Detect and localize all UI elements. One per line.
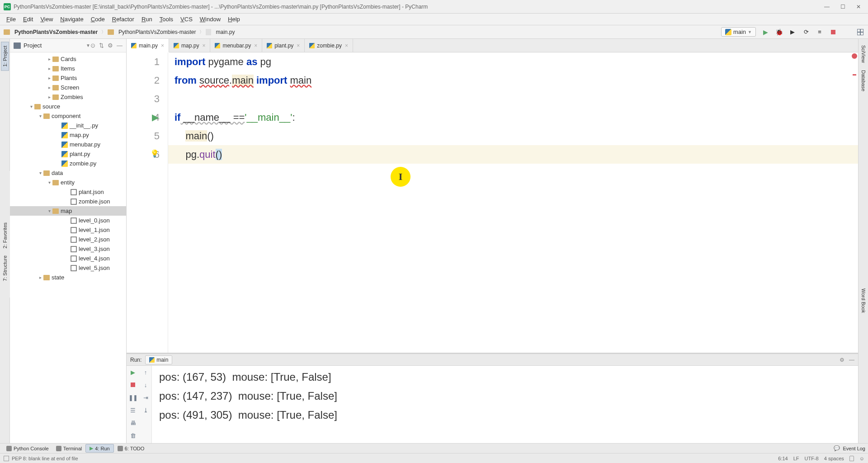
menu-window[interactable]: Window (196, 14, 224, 24)
pause-button[interactable]: ❚❚ (127, 391, 139, 404)
editor-tab-zombie-py[interactable]: zombie.py× (305, 39, 353, 52)
close-tab-icon[interactable]: × (202, 43, 205, 49)
run-button[interactable]: ▶ (761, 28, 769, 36)
line-separator[interactable]: LF (793, 456, 799, 461)
stop-button[interactable] (829, 28, 837, 36)
chevron-down-icon[interactable]: ▾ (37, 170, 43, 175)
layout-button[interactable]: ☰ (127, 404, 139, 416)
error-mark-icon[interactable] (853, 74, 856, 76)
close-tab-icon[interactable]: × (297, 43, 300, 49)
breadcrumb-folder[interactable]: PythonPlantsVsZombies-master (117, 28, 198, 36)
close-tab-icon[interactable]: × (254, 43, 257, 49)
chevron-down-icon[interactable]: ▾ (46, 208, 52, 213)
tree-item-level_1-json[interactable]: level_1.json (10, 225, 126, 235)
console-output[interactable]: pos: (167, 53) mouse: [True, False]pos: … (152, 366, 858, 443)
chevron-down-icon[interactable]: ▾ (28, 104, 34, 109)
hide-run-icon[interactable]: — (849, 357, 854, 363)
menu-run[interactable]: Run (138, 14, 156, 24)
error-stripe[interactable] (852, 52, 857, 353)
tree-item-screen[interactable]: ▸Screen (10, 83, 126, 92)
tree-item-zombie-json[interactable]: zombie.json (10, 197, 126, 206)
run-gutter-icon[interactable]: ▶ (152, 112, 159, 123)
code-area[interactable]: import pygame as pg from source.main imp… (168, 52, 858, 353)
ide-settings-button[interactable] (856, 28, 864, 36)
editor[interactable]: 123456 ▶ 💡 import pygame as pg from sour… (127, 52, 858, 353)
chevron-right-icon[interactable]: ▸ (46, 76, 52, 80)
tree-item-cards[interactable]: ▸Cards (10, 54, 126, 64)
clear-button[interactable] (139, 416, 152, 429)
tree-item-level_0-json[interactable]: level_0.json (10, 216, 126, 225)
breadcrumb-file[interactable]: main.py (214, 28, 236, 36)
tree-item-plant-py[interactable]: plant.py (10, 149, 126, 159)
wordbook-tool-tab[interactable]: Word Book (860, 285, 867, 317)
project-tree[interactable]: ▸Cards▸Items▸Plants▸Screen▸Zombies▾sourc… (10, 52, 126, 443)
menu-help[interactable]: Help (224, 14, 244, 24)
sciview-tool-tab[interactable]: SciView (860, 42, 867, 66)
project-panel-title[interactable]: Project (24, 42, 84, 49)
close-button[interactable]: ✕ (856, 4, 861, 10)
tree-item-component[interactable]: ▾component (10, 111, 126, 121)
scroll-end-button[interactable]: ⤓ (139, 404, 152, 416)
database-tool-tab[interactable]: Database (860, 66, 867, 95)
run-config-selector[interactable]: main ▼ (721, 27, 756, 37)
tree-item-map[interactable]: ▾map (10, 206, 126, 216)
tree-item-zombies[interactable]: ▸Zombies (10, 92, 126, 102)
tree-item-zombie-py[interactable]: zombie.py (10, 159, 126, 168)
project-tool-tab[interactable]: 1: Project (1, 42, 9, 71)
tree-item-level_3-json[interactable]: level_3.json (10, 244, 126, 254)
maximize-button[interactable]: ☐ (840, 4, 845, 10)
tool-windows-icon[interactable] (4, 456, 9, 461)
profile-button[interactable]: ⟳ (802, 28, 810, 36)
indent-setting[interactable]: 4 spaces (824, 456, 844, 461)
menu-vcs[interactable]: VCS (177, 14, 196, 24)
chevron-down-icon[interactable]: ▾ (46, 180, 52, 185)
menu-navigate[interactable]: Navigate (57, 14, 87, 24)
close-tab-icon[interactable]: × (345, 43, 348, 49)
editor-tab-menubar-py[interactable]: menubar.py× (210, 39, 262, 52)
tree-item-data[interactable]: ▾data (10, 168, 126, 178)
menu-view[interactable]: View (37, 14, 57, 24)
breadcrumb-root[interactable]: PythonPlantsVsZombies-master (13, 28, 99, 36)
tree-item-state[interactable]: ▸state (10, 273, 126, 282)
chevron-right-icon[interactable]: ▸ (37, 275, 43, 280)
cursor-position[interactable]: 6:14 (778, 456, 788, 461)
hide-panel-icon[interactable]: — (117, 42, 123, 49)
chevron-right-icon[interactable]: ▸ (46, 66, 52, 71)
rerun-button[interactable]: ▶ (127, 366, 139, 378)
event-log-tab[interactable]: Event Log (843, 446, 865, 451)
editor-tab-main-py[interactable]: main.py× (127, 39, 169, 52)
editor-gutter[interactable]: 123456 ▶ 💡 (127, 52, 168, 353)
tree-item-source[interactable]: ▾source (10, 102, 126, 111)
soft-wrap-button[interactable]: ⇥ (139, 391, 152, 404)
error-indicator-icon[interactable] (852, 53, 857, 59)
tree-item-items[interactable]: ▸Items (10, 64, 126, 73)
chevron-right-icon[interactable]: ▸ (46, 57, 52, 61)
menu-code[interactable]: Code (87, 14, 108, 24)
debug-button[interactable]: 🐞 (775, 28, 783, 36)
tree-item-level_5-json[interactable]: level_5.json (10, 263, 126, 273)
lock-icon[interactable] (849, 456, 854, 461)
structure-tool-tab[interactable]: 7: Structure (1, 252, 9, 285)
tree-item-__init__-py[interactable]: __init__.py (10, 121, 126, 130)
stop-run-button[interactable] (127, 378, 139, 391)
trash-button[interactable]: 🗑 (127, 429, 139, 442)
down-button[interactable]: ↓ (139, 378, 152, 391)
settings-gear-icon[interactable]: ⚙ (108, 42, 113, 49)
menu-refactor[interactable]: Refactor (108, 14, 138, 24)
menu-tools[interactable]: Tools (156, 14, 177, 24)
close-tab-icon[interactable]: × (161, 43, 164, 49)
chevron-down-icon[interactable]: ▾ (37, 113, 43, 118)
tree-item-entity[interactable]: ▾entity (10, 178, 126, 187)
search-everywhere-button[interactable] (843, 28, 851, 36)
file-encoding[interactable]: UTF-8 (805, 456, 819, 461)
run-settings-icon[interactable]: ⚙ (840, 357, 844, 363)
tree-item-level_2-json[interactable]: level_2.json (10, 235, 126, 244)
tree-item-map-py[interactable]: map.py (10, 130, 126, 140)
concurrency-button[interactable]: ≡ (816, 28, 824, 36)
intention-bulb-icon[interactable]: 💡 (150, 149, 159, 158)
minimize-button[interactable]: — (824, 4, 830, 10)
editor-tab-plant-py[interactable]: plant.py× (262, 39, 305, 52)
tree-item-plants[interactable]: ▸Plants (10, 73, 126, 83)
editor-tab-map-py[interactable]: map.py× (169, 39, 210, 52)
tree-item-level_4-json[interactable]: level_4.json (10, 254, 126, 263)
